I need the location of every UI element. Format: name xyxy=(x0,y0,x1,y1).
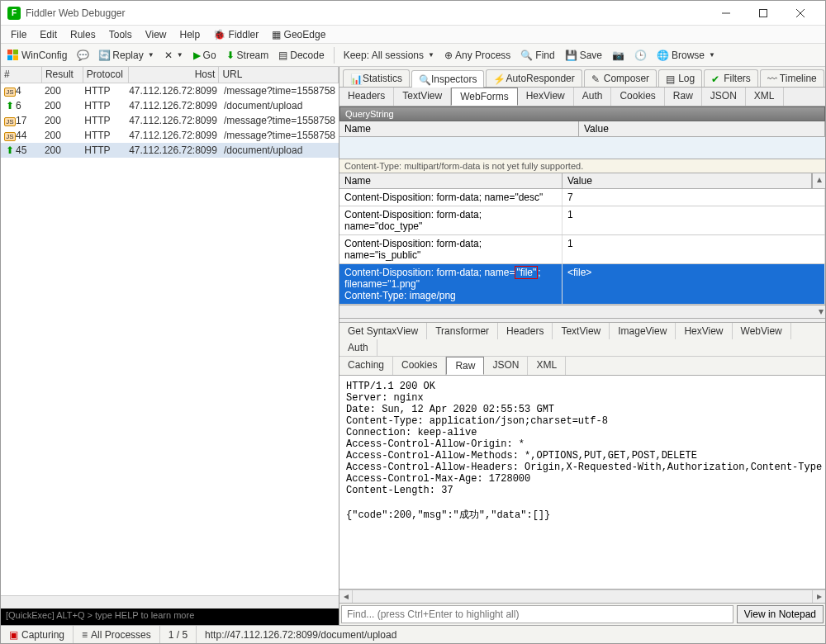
col-name[interactable]: Name xyxy=(339,121,579,136)
menu-geoedge[interactable]: ▦ GeoEdge xyxy=(267,27,330,42)
quickexec-bar[interactable]: [QuickExec] ALT+Q > type HELP to learn m… xyxy=(1,608,339,625)
minimize-button[interactable] xyxy=(707,2,744,25)
toolbar-screenshot[interactable]: 📷 xyxy=(609,48,628,63)
stream-label: Stream xyxy=(237,50,269,61)
request-tab-auth[interactable]: Auth xyxy=(574,88,612,106)
sessions-col-result[interactable]: Result xyxy=(42,67,83,83)
toolbar-find[interactable]: 🔍 Find xyxy=(517,48,558,63)
tab-autoresponder[interactable]: ⚡AutoResponder xyxy=(486,69,582,87)
find-input[interactable] xyxy=(341,605,733,623)
formdata-row[interactable]: Content-Disposition: form-data; name="de… xyxy=(339,189,825,206)
toolbar-go[interactable]: ▶ Go xyxy=(190,48,220,63)
camera-icon: 📷 xyxy=(612,50,624,61)
toolbar-any-process[interactable]: ⊕ Any Process xyxy=(441,48,514,63)
menu-help[interactable]: Help xyxy=(175,27,206,42)
tab-log[interactable]: ▤Log xyxy=(658,69,702,87)
response-tab-xml[interactable]: XML xyxy=(528,357,566,375)
toolbar-save[interactable]: 💾 Save xyxy=(562,48,605,63)
request-tab-webforms[interactable]: WebForms xyxy=(451,88,517,106)
menu-rules[interactable]: Rules xyxy=(65,27,101,42)
tab-timeline[interactable]: 〰Timeline xyxy=(760,69,824,87)
response-tab-auth[interactable]: Auth xyxy=(339,339,377,356)
session-row[interactable]: JS4200HTTP47.112.126.72:8099/message?tim… xyxy=(1,83,339,98)
response-tab-hexview[interactable]: HexView xyxy=(676,323,732,339)
stats-icon: 📊 xyxy=(350,73,360,83)
col-name[interactable]: Name xyxy=(339,173,563,188)
maximize-button[interactable] xyxy=(744,2,781,25)
response-tab-raw[interactable]: Raw xyxy=(446,357,484,375)
response-tab-webview[interactable]: WebView xyxy=(733,323,791,339)
response-tab-headers[interactable]: Headers xyxy=(498,323,553,339)
toolbar-remove[interactable]: ✕▼ xyxy=(161,48,187,63)
status-processes[interactable]: ≡All Processes xyxy=(74,626,160,643)
menu-file[interactable]: File xyxy=(6,27,31,42)
toolbar-replay[interactable]: 🔄 Replay ▼ xyxy=(95,48,157,63)
menu-view[interactable]: View xyxy=(140,27,172,42)
filters-icon: ✔ xyxy=(711,73,721,83)
sessions-col-#[interactable]: # xyxy=(1,67,42,83)
formdata-row[interactable]: Content-Disposition: form-data; name="is… xyxy=(339,235,825,264)
scroll-left-icon[interactable]: ◂ xyxy=(339,590,353,603)
request-tab-headers[interactable]: Headers xyxy=(339,88,394,106)
session-row[interactable]: ⬆6200HTTP47.112.126.72:8099/document/upl… xyxy=(1,98,339,113)
sessions-col-protocol[interactable]: Protocol xyxy=(83,67,129,83)
response-tab-caching[interactable]: Caching xyxy=(339,357,393,375)
toolbar-decode[interactable]: ▤ Decode xyxy=(275,48,327,63)
response-raw-view[interactable]: HTTP/1.1 200 OK Server: nginx Date: Sun,… xyxy=(339,376,825,590)
response-tab-textview[interactable]: TextView xyxy=(553,323,610,339)
session-row[interactable]: ⬆45200HTTP47.112.126.72:8099/document/up… xyxy=(1,143,339,158)
svg-rect-7 xyxy=(13,55,18,60)
request-tab-textview[interactable]: TextView xyxy=(394,88,451,106)
response-horizontal-scrollbar[interactable]: ◂ ▸ xyxy=(339,590,825,603)
toolbar-stream[interactable]: ⬇ Stream xyxy=(223,48,273,63)
status-capturing[interactable]: ▣Capturing xyxy=(1,626,74,643)
session-row[interactable]: JS44200HTTP47.112.126.72:8099/message?ti… xyxy=(1,128,339,143)
menu-geoedge-label: GeoEdge xyxy=(284,29,326,40)
response-tab-json[interactable]: JSON xyxy=(484,357,528,375)
title-bar: F Fiddler Web Debugger xyxy=(1,1,825,26)
tab-inspectors[interactable]: 🔍Inspectors xyxy=(411,70,484,88)
toolbar-timer[interactable]: 🕒 xyxy=(631,48,650,63)
formdata-row[interactable]: Content-Disposition: form-data; name="fi… xyxy=(339,264,825,305)
svg-rect-6 xyxy=(7,55,12,60)
sessions-col-url[interactable]: URL xyxy=(219,67,339,83)
scroll-down-icon[interactable]: ▾ xyxy=(339,305,825,318)
request-tab-json[interactable]: JSON xyxy=(702,88,746,106)
response-tab-transformer[interactable]: Transformer xyxy=(427,323,498,339)
sessions-list[interactable]: JS4200HTTP47.112.126.72:8099/message?tim… xyxy=(1,83,339,595)
scroll-up-icon[interactable]: ▴ xyxy=(812,173,825,188)
response-tab-cookies[interactable]: Cookies xyxy=(393,357,446,375)
stream-icon: ⬇ xyxy=(226,50,235,61)
view-in-notepad-button[interactable]: View in Notepad xyxy=(737,605,824,623)
querystring-body[interactable] xyxy=(339,137,825,159)
toolbar-keep[interactable]: Keep: All sessions▼ xyxy=(340,48,438,63)
close-button[interactable] xyxy=(781,2,819,25)
tab-composer[interactable]: ✎Composer xyxy=(584,69,657,87)
scroll-right-icon[interactable]: ▸ xyxy=(812,590,825,603)
toolbar-comment[interactable]: 💬 xyxy=(74,48,92,63)
toolbar-browse[interactable]: 🌐 Browse▼ xyxy=(653,48,719,63)
request-tab-hexview[interactable]: HexView xyxy=(518,88,574,106)
tab-filters[interactable]: ✔Filters xyxy=(704,69,758,87)
status-bar: ▣Capturing ≡All Processes 1 / 5 http://4… xyxy=(1,625,825,643)
request-tab-cookies[interactable]: Cookies xyxy=(611,88,664,106)
col-value[interactable]: Value xyxy=(563,173,812,188)
session-row[interactable]: JS17200HTTP47.112.126.72:8099/message?ti… xyxy=(1,113,339,128)
menu-fiddler[interactable]: 🐞 Fiddler xyxy=(208,27,263,42)
request-tab-xml[interactable]: XML xyxy=(746,88,784,106)
formdata-row[interactable]: Content-Disposition: form-data; name="do… xyxy=(339,206,825,235)
formdata-body[interactable]: Content-Disposition: form-data; name="de… xyxy=(339,189,825,305)
request-tab-raw[interactable]: Raw xyxy=(665,88,702,106)
toolbar-winconfig[interactable]: WinConfig xyxy=(4,48,70,63)
tab-statistics[interactable]: 📊Statistics xyxy=(343,69,410,87)
menu-tools[interactable]: Tools xyxy=(104,27,137,42)
col-value[interactable]: Value xyxy=(579,121,825,136)
horizontal-scrollbar[interactable] xyxy=(1,595,339,608)
response-tab-imageview[interactable]: ImageView xyxy=(610,323,676,339)
menu-edit[interactable]: Edit xyxy=(35,27,62,42)
sessions-header: #ResultProtocolHostURL xyxy=(1,67,339,83)
sessions-col-host[interactable]: Host xyxy=(129,67,220,83)
clock-icon: 🕒 xyxy=(634,50,647,61)
response-tab-get-syntaxview[interactable]: Get SyntaxView xyxy=(339,323,427,339)
target-icon: ⊕ xyxy=(444,50,453,61)
